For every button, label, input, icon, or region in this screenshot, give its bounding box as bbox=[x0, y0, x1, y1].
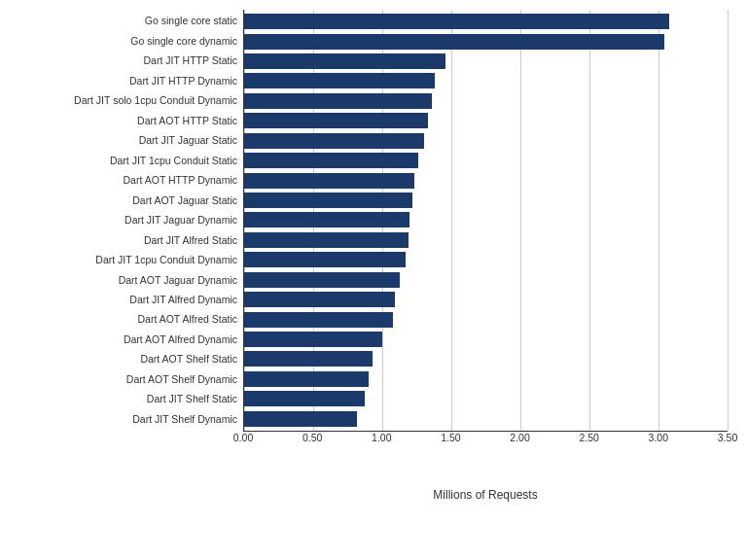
grid-line bbox=[728, 10, 729, 431]
bar-row bbox=[244, 71, 728, 90]
y-label: Dart AOT Shelf Dynamic bbox=[126, 370, 237, 390]
bar bbox=[244, 312, 393, 328]
y-labels: Go single core staticGo single core dyna… bbox=[10, 10, 243, 432]
bar-row bbox=[244, 151, 728, 170]
x-tick-label: 0.00 bbox=[233, 432, 253, 443]
bar-row bbox=[244, 369, 728, 389]
y-label: Dart JIT Jaguar Dynamic bbox=[124, 211, 237, 230]
bar bbox=[244, 252, 406, 267]
bar-row bbox=[244, 230, 728, 250]
y-label: Go single core static bbox=[145, 12, 237, 31]
y-label: Dart AOT HTTP Dynamic bbox=[124, 171, 237, 191]
y-label: Dart JIT HTTP Static bbox=[144, 52, 237, 71]
bar bbox=[244, 292, 395, 307]
bar bbox=[244, 332, 382, 347]
y-label: Dart JIT 1cpu Conduit Static bbox=[110, 152, 237, 171]
bar bbox=[244, 113, 428, 128]
bar-row bbox=[244, 349, 728, 368]
bars-section: Go single core staticGo single core dyna… bbox=[10, 10, 728, 432]
bar-row bbox=[244, 91, 728, 111]
y-label: Dart JIT Alfred Static bbox=[144, 230, 237, 250]
bar-row bbox=[244, 210, 728, 229]
x-tick-label: 1.50 bbox=[441, 432, 460, 443]
bar bbox=[244, 371, 369, 387]
bar-row bbox=[244, 131, 728, 151]
y-label: Dart JIT Jaguar Static bbox=[139, 131, 237, 151]
x-tick-label: 2.00 bbox=[510, 432, 529, 443]
bar bbox=[244, 351, 373, 367]
bar bbox=[244, 133, 424, 149]
bar-row bbox=[244, 52, 728, 71]
bar bbox=[244, 34, 664, 50]
bar-row bbox=[244, 171, 728, 191]
y-label: Dart JIT solo 1cpu Conduit Dynamic bbox=[74, 91, 237, 111]
bar bbox=[244, 153, 418, 168]
bar bbox=[244, 53, 445, 69]
chart-area: Go single core staticGo single core dyna… bbox=[10, 10, 728, 502]
bar-row bbox=[244, 409, 728, 429]
bar bbox=[244, 391, 365, 406]
y-label: Dart JIT 1cpu Conduit Dynamic bbox=[95, 251, 237, 270]
x-tick-label: 2.50 bbox=[580, 432, 599, 443]
bar bbox=[244, 232, 409, 248]
bar bbox=[244, 14, 669, 29]
bar-row bbox=[244, 32, 728, 52]
y-label: Dart AOT Jaguar Static bbox=[132, 191, 237, 210]
y-label: Dart AOT Alfred Static bbox=[137, 310, 237, 330]
x-tick-label: 1.00 bbox=[372, 432, 391, 443]
chart-container: Go single core staticGo single core dyna… bbox=[0, 0, 747, 560]
bar bbox=[244, 173, 414, 189]
x-tick-label: 0.50 bbox=[302, 432, 322, 443]
y-label: Dart JIT Alfred Dynamic bbox=[129, 291, 237, 310]
x-axis-area: 0.000.501.001.502.002.503.003.50 bbox=[243, 432, 728, 461]
bar bbox=[244, 272, 400, 288]
x-tick-label: 3.50 bbox=[718, 432, 737, 443]
bar-row bbox=[244, 250, 728, 269]
y-label: Dart AOT Jaguar Dynamic bbox=[119, 270, 237, 290]
x-axis-title: Millions of Requests bbox=[243, 488, 728, 502]
x-tick-label: 3.00 bbox=[649, 432, 668, 443]
bar-row bbox=[244, 270, 728, 290]
bar bbox=[244, 73, 435, 88]
bar bbox=[244, 212, 409, 228]
plot-area bbox=[243, 10, 728, 432]
y-label: Go single core dynamic bbox=[130, 32, 237, 52]
bar-row bbox=[244, 191, 728, 210]
y-label: Dart JIT Shelf Static bbox=[147, 390, 237, 409]
bar-row bbox=[244, 111, 728, 130]
y-label: Dart JIT HTTP Dynamic bbox=[129, 72, 237, 91]
y-label: Dart AOT Shelf Static bbox=[140, 350, 237, 369]
bar-row bbox=[244, 389, 728, 408]
bar-row bbox=[244, 290, 728, 309]
bar bbox=[244, 411, 357, 427]
y-label: Dart AOT HTTP Static bbox=[137, 112, 237, 131]
bar-row bbox=[244, 12, 728, 31]
bar bbox=[244, 93, 432, 109]
bar-row bbox=[244, 330, 728, 349]
bar bbox=[244, 192, 412, 208]
y-label: Dart JIT Shelf Dynamic bbox=[132, 410, 237, 430]
y-label: Dart AOT Alfred Dynamic bbox=[124, 331, 237, 350]
bar-row bbox=[244, 310, 728, 330]
